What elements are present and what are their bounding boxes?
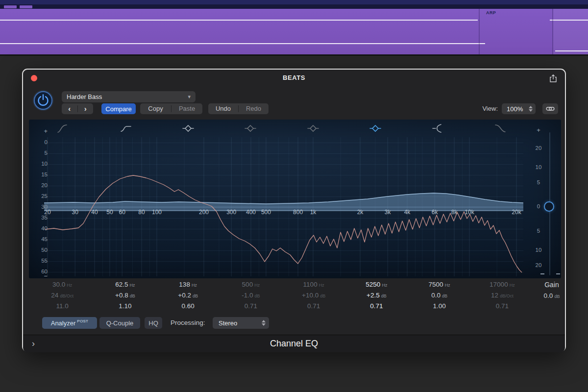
- scale-tick-label: −: [38, 272, 48, 278]
- band-gain[interactable]: -1.0dB: [220, 291, 282, 300]
- band-frequency[interactable]: 7500Hz: [408, 280, 471, 289]
- gain-label: Gain: [533, 280, 571, 289]
- scale-tick-label: +: [532, 126, 545, 134]
- band-5-readout[interactable]: 1100Hz+10.0dB0.71: [282, 280, 345, 315]
- band-7-readout[interactable]: 7500Hz0.0dB1.00: [408, 280, 471, 315]
- scale-tick-label: 5: [532, 228, 545, 234]
- scale-tick-label: 10: [532, 164, 545, 170]
- copy-paste-group: Copy Paste: [140, 103, 202, 114]
- band-q[interactable]: 0.71: [471, 302, 534, 311]
- freq-tick-label: 500: [261, 209, 271, 216]
- daw-top-strip: [0, 0, 588, 4]
- band-gain[interactable]: 24dB/Oct: [31, 291, 94, 300]
- hq-button[interactable]: HQ: [145, 317, 162, 329]
- eq-graph-display[interactable]: +051015202530354045505560− 2030405060801…: [29, 120, 561, 278]
- band-q[interactable]: 0.60: [157, 302, 220, 311]
- preset-nav: ‹ ›: [62, 103, 93, 114]
- band-q[interactable]: 0.71: [282, 302, 345, 311]
- plugin-footer-bar: › Channel EQ: [23, 335, 565, 352]
- band-frequency[interactable]: 1100Hz: [282, 280, 345, 289]
- band-q[interactable]: 0.71: [345, 302, 408, 311]
- stepper-chevrons-icon: [262, 320, 266, 326]
- band-frequency[interactable]: 30.0Hz: [31, 280, 94, 289]
- freq-tick-label: 60: [119, 209, 125, 216]
- band-frequency[interactable]: 138Hz: [157, 280, 220, 289]
- gain-db-scale: +20105051020: [526, 120, 539, 278]
- q-couple-button[interactable]: Q-Couple: [99, 317, 140, 329]
- band-8-icon-highshelf[interactable]: [494, 122, 507, 135]
- daw-background: ARP BEATS Harder Bass ▾ ‹: [0, 0, 588, 392]
- band-gain[interactable]: +10.0dB: [282, 291, 345, 300]
- band-4-readout[interactable]: 500Hz-1.0dB0.71: [220, 280, 282, 315]
- scale-tick-label: 20: [532, 145, 545, 151]
- freq-tick-label: 6k: [432, 209, 438, 216]
- paste-button[interactable]: Paste: [172, 103, 202, 114]
- band-gain[interactable]: +0.8dB: [94, 291, 156, 300]
- preset-dropdown[interactable]: Harder Bass ▾: [62, 91, 196, 102]
- band-q[interactable]: 0.71: [220, 302, 282, 311]
- band-gain[interactable]: +0.2dB: [157, 291, 220, 300]
- freq-tick-label: 8k: [451, 209, 458, 216]
- freq-tick-label: 800: [293, 209, 303, 216]
- region-bottom-edge: [0, 54, 588, 56]
- chevron-down-icon: ▾: [188, 94, 191, 100]
- band-frequency[interactable]: 17000Hz: [471, 280, 534, 289]
- gain-slider-knob[interactable]: [544, 201, 554, 212]
- slider-tick: [556, 273, 560, 274]
- band-frequency[interactable]: 5250Hz: [345, 280, 408, 289]
- band-q[interactable]: 1.10: [94, 302, 156, 311]
- band-4-icon-bell[interactable]: [244, 122, 257, 135]
- scale-tick-label: 20: [38, 182, 48, 188]
- region-divider-line: [0, 43, 485, 44]
- freq-tick-label: 200: [199, 209, 209, 216]
- scale-tick-label: 10: [38, 161, 48, 167]
- plugin-name: Channel EQ: [23, 335, 565, 352]
- copy-button[interactable]: Copy: [140, 103, 171, 114]
- analyzer-button[interactable]: Analyzer POST: [42, 317, 97, 329]
- next-preset-button[interactable]: ›: [78, 103, 94, 114]
- link-button[interactable]: [542, 103, 558, 114]
- pop-out-icon[interactable]: [548, 74, 558, 83]
- band-3-icon-bell[interactable]: [182, 122, 195, 135]
- band-3-readout[interactable]: 138Hz+0.2dB0.60: [157, 280, 220, 315]
- scale-tick-label: 0: [532, 203, 545, 209]
- freq-tick-label: 1k: [310, 209, 317, 216]
- scale-tick-label: 5: [38, 150, 48, 156]
- scale-tick-label: 20: [532, 262, 545, 268]
- undo-button[interactable]: Undo: [208, 103, 238, 114]
- previous-preset-button[interactable]: ‹: [62, 103, 77, 114]
- compare-button[interactable]: Compare: [101, 103, 136, 114]
- band-7-icon-lowpass[interactable]: [432, 122, 444, 135]
- freq-tick-label: 40: [91, 209, 98, 216]
- analyzer-db-scale: +051015202530354045505560−: [29, 120, 38, 278]
- power-button[interactable]: [34, 91, 52, 110]
- band-6-icon-bell[interactable]: [369, 122, 382, 135]
- undo-redo-group: Undo Redo: [208, 103, 269, 114]
- master-gain-readout[interactable]: Gain 0.0dB: [533, 280, 571, 299]
- processing-select[interactable]: Stereo: [213, 317, 269, 329]
- band-frequency[interactable]: 500Hz: [220, 280, 282, 289]
- band-1-icon-highpass[interactable]: [56, 122, 69, 135]
- band-q[interactable]: 1.00: [408, 302, 471, 311]
- band-1-readout[interactable]: 30.0Hz24dB/Oct11.0: [31, 280, 94, 315]
- window-title: BEATS: [23, 70, 565, 86]
- midi-region-arp[interactable]: ARP: [0, 9, 588, 54]
- band-gain[interactable]: +2.5dB: [345, 291, 408, 300]
- redo-button[interactable]: Redo: [239, 103, 269, 114]
- scale-tick-label: 25: [38, 193, 48, 199]
- band-frequency[interactable]: 62.5Hz: [94, 280, 156, 289]
- band-8-readout[interactable]: 17000Hz12dB/Oct0.71: [471, 280, 534, 315]
- band-parameter-row: 30.0Hz24dB/Oct11.062.5Hz+0.8dB1.10138Hz+…: [31, 280, 534, 315]
- view-zoom-select[interactable]: 100%: [502, 103, 536, 114]
- scale-tick-label: 0: [38, 139, 48, 145]
- band-6-readout[interactable]: 5250Hz+2.5dB0.71: [345, 280, 408, 315]
- band-2-icon-lowshelf[interactable]: [120, 122, 132, 135]
- daw-track-header-strip: [0, 4, 588, 9]
- band-5-icon-bell[interactable]: [307, 122, 319, 135]
- band-gain[interactable]: 0.0dB: [408, 291, 471, 300]
- window-header: BEATS: [23, 70, 565, 86]
- band-2-readout[interactable]: 62.5Hz+0.8dB1.10: [94, 280, 156, 315]
- band-q[interactable]: 11.0: [31, 302, 94, 311]
- eq-curve-canvas[interactable]: [44, 137, 523, 276]
- band-gain[interactable]: 12dB/Oct: [471, 291, 534, 300]
